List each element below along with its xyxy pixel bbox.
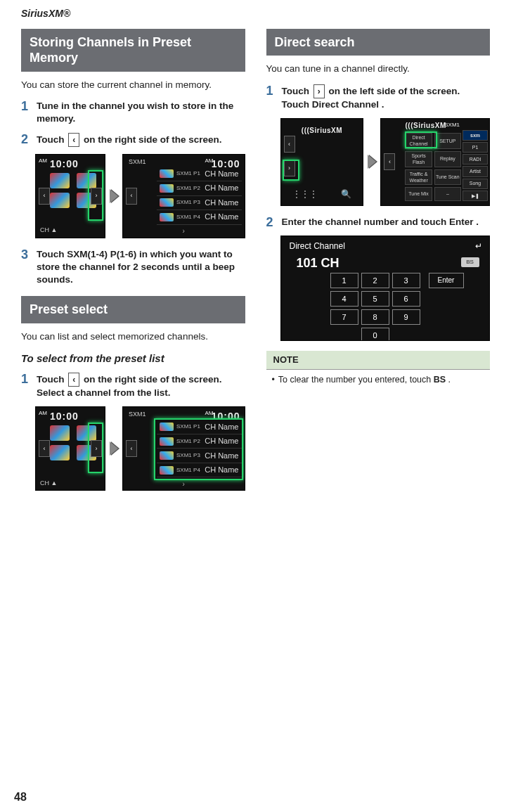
list-item[interactable]: SXM1 P4CH Name	[157, 210, 241, 225]
key-9[interactable]: 9	[392, 309, 420, 325]
clock: 10:00	[50, 410, 79, 423]
chevron-right-icon[interactable]: ›	[284, 160, 295, 176]
bullet-icon: •	[272, 374, 276, 386]
backspace-button[interactable]: BS	[461, 257, 479, 267]
traffic-weather-button[interactable]: Traffic & Weather	[405, 169, 432, 186]
back-icon[interactable]: ↵	[475, 240, 482, 252]
preset-rows: SXM1 P1CH Name SXM1 P2CH Name SXM1 P3CH …	[157, 420, 241, 477]
direct-step-1: 1 Touch › on the left side of the screen…	[266, 84, 491, 111]
chevron-left-icon[interactable]: ‹	[384, 153, 395, 170]
setup-button[interactable]: SETUP	[434, 133, 461, 149]
step-body: Touch ‹ on the right side of the screen.	[37, 133, 245, 147]
storing-step-1: 1 Tune in the channel you wish to store …	[21, 100, 245, 125]
key-1[interactable]: 1	[330, 273, 358, 288]
sxm-logo-small: sxm	[463, 130, 488, 141]
text: .	[379, 99, 384, 110]
key-7[interactable]: 7	[330, 309, 358, 325]
channel-icon	[160, 184, 174, 193]
band-label: SXM1	[129, 157, 146, 166]
direct-channel-button[interactable]: Direct Channel	[405, 133, 432, 149]
chevron-left-icon[interactable]: ‹	[284, 136, 295, 153]
screenshot-sxm-main: (((SiriusXM ‹ › ⋮⋮⋮ 🔍	[280, 118, 364, 206]
screenshot-sxm-menu: (((SiriusXM SXM1 ‹ Direct Channel SETUP …	[380, 118, 490, 206]
tune-mix-button[interactable]: Tune Mix	[405, 187, 432, 200]
step-body: Touch ‹ on the right side of the screen.…	[37, 373, 245, 399]
key-4[interactable]: 4	[330, 291, 358, 307]
key-3[interactable]: 3	[392, 273, 420, 288]
storing-step-3: 3 Touch SXM(1-4) P(1-6) in which you wan…	[21, 248, 245, 287]
ch-up-label: CH ▲	[40, 226, 57, 234]
band-label: SXM1	[444, 122, 460, 129]
step-body: Tune in the channel you wish to store in…	[37, 100, 245, 125]
arrow-right-icon	[110, 442, 118, 456]
expand-icon[interactable]: ›	[183, 226, 185, 236]
search-icon[interactable]: 🔍	[341, 188, 351, 200]
preset-subheading: To select from the preset list	[21, 352, 245, 366]
chevron-left-icon[interactable]: ‹	[39, 188, 50, 205]
step-body: Enter the channel number and touch Enter…	[282, 216, 491, 228]
list-item[interactable]: SXM1 P1CH Name	[157, 167, 241, 182]
key-0[interactable]: 0	[361, 328, 389, 341]
list-item[interactable]: SXM1 P4CH Name	[157, 463, 241, 478]
sports-flash-button[interactable]: Sports Flash	[405, 151, 432, 167]
station-label: RADI	[463, 154, 488, 165]
channel-icon	[160, 213, 174, 221]
artist-label: Artist	[463, 166, 488, 176]
step-number: 1	[21, 100, 31, 125]
section-title-storing: Storing Channels in Preset Memory	[21, 29, 245, 72]
am-label: AM	[39, 157, 47, 165]
siriusxm-logo: (((SiriusXM	[405, 121, 446, 131]
preset-label: SXM1 P4	[176, 214, 200, 220]
list-item[interactable]: SXM1 P2CH Name	[157, 434, 241, 449]
blank-button[interactable]: –	[434, 187, 461, 200]
right-column: Direct search You can tune in a channel …	[266, 29, 491, 501]
replay-button[interactable]: Replay	[434, 151, 461, 167]
key-5[interactable]: 5	[361, 291, 389, 307]
expand-icon[interactable]: ›	[183, 479, 185, 489]
channel-icon	[160, 466, 174, 475]
section-title-direct-search: Direct search	[266, 29, 491, 56]
chevron-left-icon[interactable]: ‹	[126, 440, 137, 457]
chevron-right-icon[interactable]: ›	[91, 440, 102, 457]
grid-icon[interactable]: ⋮⋮⋮	[292, 188, 318, 200]
note-box: NOTE • To clear the number you entered, …	[266, 351, 491, 392]
screenshot-preset-list: SXM1 10:00 AM ‹ SXM1 P1CH Name SXM1 P2CH…	[122, 406, 245, 491]
preset-label: SXM1 P1	[176, 171, 200, 176]
thumb	[50, 445, 70, 460]
keypad-title: Direct Channel	[290, 240, 345, 252]
preset-rows: SXM1 P1CH Name SXM1 P2CH Name SXM1 P3CH …	[157, 167, 241, 225]
channel-icon	[160, 437, 174, 446]
note-body: • To clear the number you entered, touch…	[266, 369, 491, 393]
screenshot-preset-list: SXM1 10:00 AM ‹ SXM1 P1CH Name SXM1 P2CH…	[122, 154, 245, 238]
text: on the right side of the screen.	[81, 134, 221, 144]
text: Enter the channel number and touch	[282, 217, 450, 227]
list-item[interactable]: SXM1 P3CH Name	[157, 449, 241, 463]
bottom-icons: ⋮⋮⋮ 🔍	[281, 188, 363, 200]
enter-button[interactable]: Enter	[429, 273, 464, 288]
chevron-left-icon: ‹	[68, 133, 79, 147]
storing-step-2: 2 Touch ‹ on the right side of the scree…	[21, 133, 245, 147]
list-item[interactable]: SXM1 P2CH Name	[157, 181, 241, 196]
list-item[interactable]: SXM1 P1CH Name	[157, 420, 241, 434]
chevron-right-icon[interactable]: ›	[91, 188, 102, 205]
key-2[interactable]: 2	[361, 273, 389, 288]
page-header: SiriusXM®	[21, 7, 490, 20]
preset-label: SXM1 P2	[176, 186, 200, 191]
chevron-left-icon[interactable]: ‹	[39, 440, 50, 457]
channel-name: CH Name	[205, 451, 238, 461]
now-playing-panel: sxm P1 RADI Artist Song ▶❚	[463, 130, 488, 201]
tune-scan-button[interactable]: Tune Scan	[434, 169, 461, 186]
play-pause-icon[interactable]: ▶❚	[463, 191, 488, 201]
key-6[interactable]: 6	[392, 291, 420, 307]
chevron-left-icon: ‹	[68, 373, 79, 387]
channel-name: CH Name	[205, 436, 238, 446]
list-item[interactable]: SXM1 P3CH Name	[157, 196, 241, 211]
band-label: SXM1	[129, 410, 146, 418]
thumb	[77, 425, 96, 441]
preset-label: SXM1 P2	[176, 439, 200, 444]
chevron-left-icon[interactable]: ‹	[126, 188, 137, 205]
key-8[interactable]: 8	[361, 309, 389, 325]
thumb	[50, 193, 70, 208]
step-number: 2	[266, 216, 276, 228]
text: .	[474, 217, 479, 227]
